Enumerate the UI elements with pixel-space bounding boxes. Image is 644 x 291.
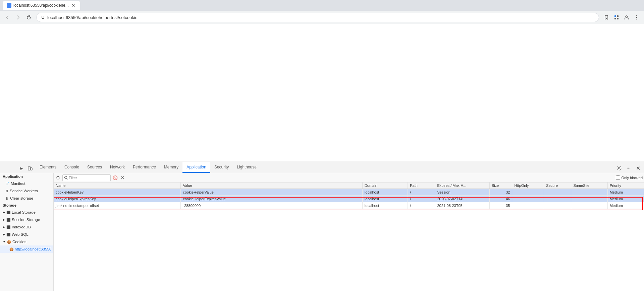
- indexeddb-label: IndexedDB: [12, 225, 31, 229]
- svg-rect-4: [617, 15, 619, 17]
- devtools-inspect-button[interactable]: [17, 165, 25, 173]
- refresh-button[interactable]: [55, 175, 61, 181]
- close-button[interactable]: [626, 0, 641, 11]
- cell-priority: Medium: [607, 189, 644, 196]
- cell-priority: Medium: [607, 202, 644, 209]
- filter-input[interactable]: [69, 176, 109, 180]
- devtools-left-icons: [16, 165, 36, 173]
- cookies-icon: 🍪: [7, 240, 11, 244]
- cell-secure: [544, 202, 571, 209]
- sidebar-group-web-sql[interactable]: ▶ ⬛ Web SQL: [0, 231, 53, 238]
- cookies-table-wrapper: Name Value Domain Path Expires / Max-A..…: [54, 183, 644, 291]
- address-bar[interactable]: localhost:63550/api/cookiehelpertest/set…: [36, 13, 599, 22]
- devtools-close-button[interactable]: ✕: [633, 163, 643, 173]
- local-storage-label: Local Storage: [12, 210, 36, 214]
- maximize-button[interactable]: [608, 0, 623, 11]
- browser-extension-button[interactable]: [612, 13, 621, 22]
- back-button[interactable]: [3, 13, 12, 22]
- col-header-expires[interactable]: Expires / Max-A...: [435, 183, 489, 189]
- col-header-secure[interactable]: Secure: [544, 183, 571, 189]
- svg-point-8: [636, 15, 637, 16]
- tab-application[interactable]: Application: [182, 162, 210, 173]
- svg-rect-2: [42, 18, 44, 19]
- indexeddb-expand-icon: ▶: [3, 225, 5, 229]
- sidebar-group-session-storage[interactable]: ▶ ⬛ Session Storage: [0, 216, 53, 223]
- service-workers-label: Service Workers: [10, 189, 38, 193]
- cookies-localhost-icon: 🍪: [9, 247, 13, 251]
- cell-name: cookieHelperExpiresKey: [54, 196, 181, 202]
- tab-memory[interactable]: Memory: [160, 162, 182, 173]
- manifest-icon: 📄: [5, 182, 9, 186]
- col-header-name[interactable]: Name: [54, 183, 181, 189]
- page-content: [0, 24, 644, 161]
- sidebar-group-cookies[interactable]: ▼ 🍪 Cookies: [0, 238, 53, 245]
- sidebar-item-manifest[interactable]: 📄 Manifest: [0, 180, 53, 187]
- browser-toolbar: localhost:63550/api/cookiehelpertest/set…: [0, 11, 644, 24]
- indexeddb-icon: ⬛: [6, 225, 10, 229]
- sidebar-item-service-workers[interactable]: ⚙ Service Workers: [0, 187, 53, 195]
- bookmark-button[interactable]: [602, 13, 611, 22]
- col-header-domain[interactable]: Domain: [362, 183, 408, 189]
- title-bar: localhost:63550/api/cookiehe... ✕: [0, 0, 644, 11]
- menu-button[interactable]: [632, 13, 641, 22]
- forward-button[interactable]: [13, 13, 23, 22]
- sidebar-item-clear-storage[interactable]: 🗑 Clear storage: [0, 195, 53, 202]
- svg-rect-6: [617, 18, 619, 19]
- devtools-tabs-bar: Elements Console Sources Network Perform…: [0, 161, 644, 173]
- only-blocked-checkbox[interactable]: [616, 175, 620, 180]
- cell-domain: localhost: [362, 196, 408, 202]
- sidebar-group-indexeddb[interactable]: ▶ ⬛ IndexedDB: [0, 223, 53, 231]
- devtools-settings-button[interactable]: [614, 163, 624, 173]
- reload-button[interactable]: [24, 13, 34, 22]
- col-header-size[interactable]: Size: [489, 183, 512, 189]
- block-cookies-button[interactable]: 🚫: [112, 175, 118, 181]
- cell-expires: 2021-08-23T05:...: [435, 202, 489, 209]
- svg-point-13: [619, 167, 620, 169]
- profile-button[interactable]: [622, 13, 631, 22]
- cookies-localhost-label: http://localhost:63550: [15, 247, 51, 251]
- tab-sources[interactable]: Sources: [83, 162, 106, 173]
- devtools-device-button[interactable]: [26, 165, 34, 173]
- col-header-path[interactable]: Path: [408, 183, 435, 189]
- table-row[interactable]: cookieHelperKeycookieHelperValuelocalhos…: [54, 189, 644, 196]
- table-row[interactable]: jenkins-timestamper-offset-28800000local…: [54, 202, 644, 209]
- col-header-samesite[interactable]: SameSite: [571, 183, 607, 189]
- cell-samesite: [571, 189, 607, 196]
- col-header-priority[interactable]: Priority: [607, 183, 644, 189]
- storage-label: Storage: [3, 203, 16, 207]
- clear-storage-icon: 🗑: [5, 197, 9, 200]
- tab-elements[interactable]: Elements: [36, 162, 60, 173]
- web-sql-label: Web SQL: [12, 232, 29, 236]
- url-text: localhost:63550/api/cookiehelpertest/set…: [47, 15, 138, 20]
- tab-network[interactable]: Network: [106, 162, 129, 173]
- col-header-httponly[interactable]: HttpOnly: [512, 183, 544, 189]
- tab-performance[interactable]: Performance: [129, 162, 160, 173]
- tab-favicon: [7, 3, 11, 8]
- svg-point-17: [65, 176, 67, 178]
- col-header-value[interactable]: Value: [181, 183, 362, 189]
- sidebar-application-header: Application: [0, 173, 53, 180]
- svg-rect-3: [614, 15, 616, 17]
- sidebar-item-cookies-localhost[interactable]: 🍪 http://localhost:63550: [0, 245, 53, 253]
- cell-path: /: [408, 189, 435, 196]
- svg-point-16: [630, 168, 631, 169]
- cell-size: 35: [489, 202, 512, 209]
- minimize-button[interactable]: [590, 0, 605, 11]
- cell-httponly: [512, 202, 544, 209]
- tab-console[interactable]: Console: [60, 162, 83, 173]
- table-row[interactable]: cookieHelperExpiresKeycookieHelperExpite…: [54, 196, 644, 202]
- tab-security[interactable]: Security: [210, 162, 233, 173]
- devtools-more-button[interactable]: [624, 163, 633, 173]
- clear-cookies-button[interactable]: ✕: [119, 175, 125, 181]
- svg-line-18: [67, 178, 68, 179]
- browser-tab[interactable]: localhost:63550/api/cookiehe... ✕: [3, 1, 80, 10]
- svg-rect-11: [28, 167, 31, 170]
- new-tab-button[interactable]: [82, 1, 90, 9]
- tab-close-button[interactable]: ✕: [71, 3, 76, 8]
- only-blocked-label[interactable]: Only blocked: [621, 176, 643, 180]
- devtools-sidebar: Application 📄 Manifest ⚙ Service Workers…: [0, 173, 54, 291]
- cell-expires: 2020-07-02T14:...: [435, 196, 489, 202]
- sidebar-group-local-storage[interactable]: ▶ ⬛ Local Storage: [0, 209, 53, 216]
- svg-point-14: [627, 168, 628, 169]
- tab-lighthouse[interactable]: Lighthouse: [233, 162, 261, 173]
